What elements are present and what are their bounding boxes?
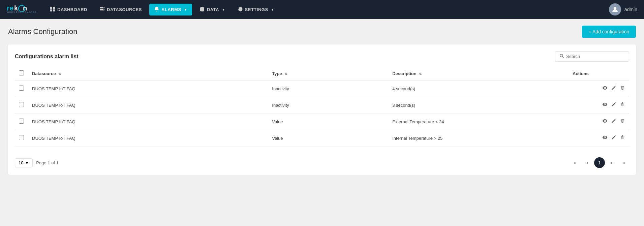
delete-icon-2[interactable]	[620, 118, 625, 125]
nav-item-dashboard[interactable]: DASHBOARD	[45, 4, 92, 15]
table-row: DUOS TEMP IoT FAQ Inactivity 3 second(s)	[15, 97, 629, 114]
row-actions-1	[569, 97, 629, 114]
nav-label-datasources: DATASOURCES	[107, 7, 142, 12]
search-box[interactable]	[555, 51, 629, 62]
brand-logo[interactable]: re k ◯ n WIRELESS SENSORS TECHNOLOGY	[7, 3, 37, 16]
brand-name: re k ◯ n WIRELESS SENSORS TECHNOLOGY	[7, 7, 37, 15]
gear-icon	[238, 6, 243, 13]
page-size-value: 10	[19, 160, 23, 165]
row-type-2: Value	[268, 114, 388, 130]
view-icon-0[interactable]	[602, 85, 608, 92]
delete-icon-3[interactable]	[620, 135, 625, 141]
row-datasource-3: DUOS TEMP IoT FAQ	[28, 130, 268, 147]
sort-icon-type: ⇅	[284, 72, 287, 76]
svg-rect-8	[53, 9, 55, 11]
table-title: Configurations alarm list	[15, 54, 78, 60]
sort-icon-description: ⇅	[419, 72, 422, 76]
user-menu[interactable]: admin	[609, 3, 637, 15]
col-header-actions: Actions	[569, 67, 629, 80]
row-datasource-0: DUOS TEMP IoT FAQ	[28, 80, 268, 97]
row-actions-0	[569, 80, 629, 97]
row-checkbox-3[interactable]	[19, 135, 24, 140]
nav-label-alarms: ALARMS	[161, 7, 181, 12]
page-size-selector: 10 ▼ Page 1 of 1	[15, 158, 59, 167]
edit-icon-3[interactable]	[611, 135, 616, 141]
table-body: DUOS TEMP IoT FAQ Inactivity 4 second(s)	[15, 80, 629, 147]
edit-icon-1[interactable]	[611, 102, 616, 108]
svg-rect-6	[53, 7, 55, 9]
avatar	[609, 3, 621, 15]
row-checkbox-1[interactable]	[19, 102, 24, 107]
delete-icon-1[interactable]	[620, 102, 625, 108]
col-header-type[interactable]: Type ⇅	[268, 67, 388, 80]
chevron-down-icon-settings: ▼	[271, 8, 274, 11]
sort-icon-datasource: ⇅	[58, 72, 61, 76]
nav-label-dashboard: DASHBOARD	[57, 7, 87, 12]
database-icon	[200, 6, 205, 13]
search-input[interactable]	[566, 54, 625, 59]
svg-rect-5	[50, 7, 52, 9]
nav-item-data[interactable]: DATA ▼	[195, 4, 230, 15]
username: admin	[624, 7, 637, 12]
main-content: Configurations alarm list Datasource ⇅ T…	[8, 44, 636, 175]
svg-text:WIRELESS SENSORS TECHNOLOGY: WIRELESS SENSORS TECHNOLOGY	[7, 11, 37, 13]
select-all-checkbox[interactable]	[19, 70, 24, 75]
table-row: DUOS TEMP IoT FAQ Value External Tempera…	[15, 114, 629, 130]
table-toolbar: Configurations alarm list	[15, 51, 629, 62]
navbar: re k ◯ n WIRELESS SENSORS TECHNOLOGY DAS…	[0, 0, 644, 19]
last-page-button[interactable]: »	[618, 157, 629, 168]
row-checkbox-cell-2	[15, 114, 28, 130]
svg-text:n: n	[23, 4, 27, 12]
bell-icon	[154, 6, 159, 13]
table-row: DUOS TEMP IoT FAQ Inactivity 4 second(s)	[15, 80, 629, 97]
row-description-2: External Temperature < 24	[388, 114, 569, 130]
row-actions-2	[569, 114, 629, 130]
page-title: Alarms Configuration	[8, 27, 77, 36]
nav-item-alarms[interactable]: ALARMS ▼	[149, 4, 192, 15]
server-icon	[99, 6, 105, 13]
svg-point-11	[103, 7, 104, 8]
row-checkbox-0[interactable]	[19, 86, 24, 91]
svg-line-16	[562, 57, 564, 58]
page-1-button[interactable]: 1	[594, 157, 605, 168]
col-header-description[interactable]: Description ⇅	[388, 67, 569, 80]
chevron-down-icon-pagesize: ▼	[25, 160, 29, 165]
first-page-button[interactable]: «	[570, 157, 581, 168]
row-type-1: Inactivity	[268, 97, 388, 114]
view-icon-2[interactable]	[602, 118, 608, 125]
view-icon-1[interactable]	[602, 102, 608, 108]
row-type-3: Value	[268, 130, 388, 147]
edit-icon-0[interactable]	[611, 85, 616, 92]
pagination-bar: 10 ▼ Page 1 of 1 « ‹ 1 › »	[15, 153, 629, 168]
table-header-row: Datasource ⇅ Type ⇅ Description ⇅ Action…	[15, 67, 629, 80]
svg-point-12	[103, 9, 104, 10]
row-checkbox-cell-0	[15, 80, 28, 97]
view-icon-3[interactable]	[602, 135, 608, 141]
table-row: DUOS TEMP IoT FAQ Value Internal Tempera…	[15, 130, 629, 147]
row-actions-3	[569, 130, 629, 147]
page-header: Alarms Configuration + Add configuration	[0, 19, 644, 44]
row-type-0: Inactivity	[268, 80, 388, 97]
row-checkbox-cell-3	[15, 130, 28, 147]
svg-rect-7	[50, 9, 52, 11]
page-size-dropdown[interactable]: 10 ▼	[15, 158, 33, 167]
grid-icon	[50, 6, 55, 13]
edit-icon-2[interactable]	[611, 118, 616, 125]
next-page-button[interactable]: ›	[606, 157, 617, 168]
row-description-3: Internal Temperature > 25	[388, 130, 569, 147]
chevron-down-icon-data: ▼	[222, 8, 225, 11]
row-datasource-1: DUOS TEMP IoT FAQ	[28, 97, 268, 114]
add-configuration-button[interactable]: + Add configuration	[582, 26, 636, 38]
row-checkbox-2[interactable]	[19, 119, 24, 124]
row-datasource-2: DUOS TEMP IoT FAQ	[28, 114, 268, 130]
nav-label-settings: SETTINGS	[245, 7, 268, 12]
prev-page-button[interactable]: ‹	[582, 157, 593, 168]
nav-item-settings[interactable]: SETTINGS ▼	[233, 4, 279, 15]
svg-point-15	[560, 54, 563, 57]
nav-item-datasources[interactable]: DATASOURCES	[95, 4, 147, 15]
alarms-table: Datasource ⇅ Type ⇅ Description ⇅ Action…	[15, 67, 629, 147]
svg-text:re: re	[7, 4, 14, 12]
col-header-datasource[interactable]: Datasource ⇅	[28, 67, 268, 80]
svg-point-14	[614, 7, 616, 10]
delete-icon-0[interactable]	[620, 85, 625, 92]
